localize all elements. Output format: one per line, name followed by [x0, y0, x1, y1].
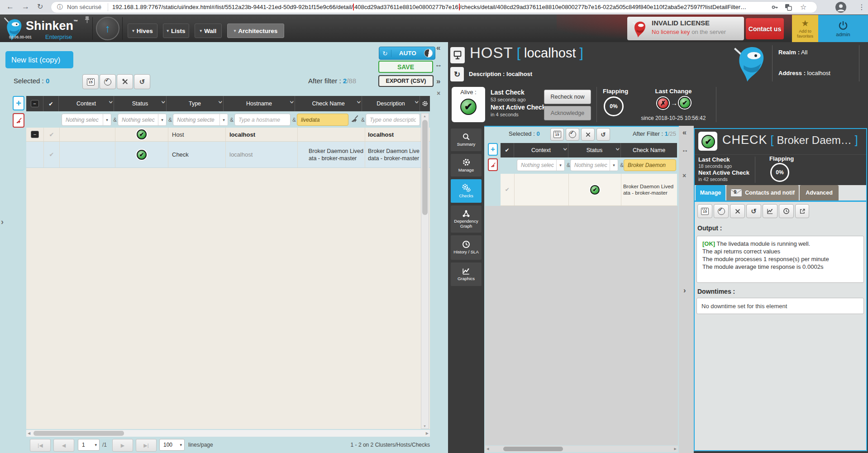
list-title-button[interactable]: New list (copy)	[5, 51, 73, 68]
url-text[interactable]: 192.168.1.89:7767/static/ui/index.html#/…	[112, 4, 764, 10]
row-checkbox[interactable]	[44, 142, 60, 167]
table-row[interactable]: ✔ Host localhost localhost	[26, 128, 430, 142]
resize-handle-icon[interactable]	[435, 61, 442, 69]
filter-hostname-input[interactable]	[234, 114, 291, 126]
sidebar-item-summary[interactable]: Summary	[451, 129, 482, 151]
column-status[interactable]: Status	[568, 143, 621, 157]
column-status[interactable]: Status	[114, 96, 167, 111]
filter-status-select[interactable]: Nothing selec	[118, 114, 167, 126]
checks-schedule-button[interactable]	[550, 128, 564, 141]
column-type[interactable]: Type	[167, 96, 224, 111]
checks-acknowledge-button[interactable]	[566, 128, 579, 141]
check-history-button[interactable]	[779, 204, 794, 218]
check-fix-button[interactable]	[730, 204, 745, 218]
checks-add-button[interactable]	[488, 143, 498, 156]
browser-reload-icon[interactable]	[37, 2, 43, 11]
filter-type-select[interactable]: Nothing selecte	[173, 114, 228, 126]
scrollbar-thumb[interactable]	[503, 447, 563, 451]
column-hostname[interactable]: Hostname	[224, 96, 295, 111]
column-settings[interactable]	[420, 96, 430, 111]
collapse-left-icon[interactable]	[436, 43, 440, 52]
page-prev-button[interactable]	[53, 439, 74, 452]
sidebar-item-graphics[interactable]: Graphics	[451, 262, 482, 286]
page-select[interactable]: 1	[78, 439, 100, 451]
add-to-favorites-button[interactable]: Add to favorites	[792, 15, 818, 42]
check-external-link-button[interactable]	[795, 204, 809, 218]
schedule-downtime-button[interactable]	[82, 74, 99, 89]
auto-toggle[interactable]	[424, 49, 433, 57]
auto-refresh-button[interactable]: AUTO	[379, 47, 435, 60]
check-schedule-button[interactable]	[697, 204, 712, 218]
scrollbar-thumb[interactable]	[422, 120, 428, 215]
filter-checkname-input[interactable]	[297, 114, 348, 126]
admin-user-button[interactable]: admin	[818, 15, 868, 42]
checks-table-row[interactable]: ✔ Broker Daemon Livedata - broker-master	[501, 174, 677, 206]
column-select-all[interactable]	[26, 96, 43, 111]
vertical-scrollbar[interactable]	[421, 113, 429, 429]
column-checkname[interactable]: Check Name	[295, 96, 362, 111]
check-graph-button[interactable]	[763, 204, 777, 218]
save-button[interactable]: SAVE	[378, 61, 433, 73]
acknowledge-button[interactable]	[100, 74, 116, 89]
tab-advanced[interactable]: Advanced	[800, 185, 839, 200]
sidebar-item-dependency-graph[interactable]: Dependency Graph	[451, 205, 482, 233]
resize-check-panel-icon[interactable]	[682, 146, 688, 153]
page-first-button[interactable]	[30, 439, 51, 452]
expand-check-panel-icon[interactable]	[683, 286, 686, 295]
sidebar-item-history-sla[interactable]: History / SLA	[451, 235, 482, 260]
filter-description-input[interactable]	[366, 114, 420, 126]
column-checkname[interactable]: Check Name	[621, 143, 677, 157]
key-icon[interactable]	[771, 4, 778, 13]
scroll-right-icon[interactable]	[674, 447, 677, 451]
scroll-top-button[interactable]	[96, 17, 119, 40]
bookmark-star-icon[interactable]	[800, 3, 806, 11]
column-context[interactable]: Context	[514, 143, 568, 157]
filter-context-select[interactable]: Nothing selec	[62, 114, 111, 126]
column-check[interactable]	[43, 96, 59, 111]
column-check[interactable]	[501, 143, 514, 157]
add-row-button[interactable]	[13, 96, 24, 110]
browser-menu-icon[interactable]	[858, 3, 865, 11]
browser-forward-icon[interactable]	[22, 2, 29, 11]
checks-recheck-button[interactable]	[596, 128, 610, 141]
clear-filters-button[interactable]	[13, 113, 24, 128]
row-checkbox[interactable]	[44, 128, 60, 141]
column-context[interactable]: Context	[59, 96, 114, 111]
table-row-selected[interactable]: ✔ Check localhost Broker Daemon Livedata…	[26, 142, 430, 168]
menu-wall[interactable]: Wall	[195, 24, 222, 38]
menu-hives[interactable]: Hives	[128, 24, 157, 38]
host-refresh-button[interactable]	[450, 67, 464, 81]
menu-lists[interactable]: Lists	[163, 24, 189, 38]
scroll-up-icon[interactable]	[423, 114, 426, 118]
minus-box-icon[interactable]	[31, 131, 39, 138]
scroll-right-icon[interactable]	[426, 431, 429, 435]
fix-button[interactable]	[117, 74, 133, 89]
checks-filter-status-select[interactable]: Nothing selec	[570, 159, 618, 171]
checks-filter-checkname-input[interactable]	[624, 159, 676, 171]
close-panel-icon[interactable]	[437, 90, 440, 97]
tab-contacts[interactable]: 9 Contacts and notif	[726, 185, 799, 200]
check-acknowledge-button[interactable]	[714, 204, 729, 218]
tab-manage[interactable]: Manage	[696, 185, 725, 200]
per-page-select[interactable]: 100	[159, 439, 185, 451]
check-recheck-button[interactable]	[746, 204, 761, 218]
close-check-panel-icon[interactable]	[682, 172, 686, 179]
menu-architectures[interactable]: Architectures	[227, 24, 284, 38]
host-icon-button[interactable]	[450, 47, 465, 63]
checks-fix-button[interactable]	[581, 128, 595, 141]
avatar[interactable]	[835, 2, 846, 14]
sidebar-item-manage[interactable]: Manage	[451, 154, 482, 176]
checks-filter-context-select[interactable]: Nothing selec	[517, 159, 565, 171]
site-info-icon[interactable]	[57, 3, 63, 11]
row-checkbox[interactable]	[501, 174, 515, 205]
sidebar-item-checks[interactable]: Checks	[451, 179, 482, 203]
browser-back-icon[interactable]	[6, 2, 14, 11]
page-last-button[interactable]	[136, 439, 157, 452]
pin-icon[interactable]	[84, 16, 90, 25]
recheck-button[interactable]	[134, 74, 150, 89]
expand-right-icon[interactable]	[436, 77, 440, 86]
scroll-left-icon[interactable]	[28, 431, 30, 435]
recheck-now-button[interactable]: Recheck now	[544, 90, 591, 104]
scrollbar-thumb[interactable]	[33, 431, 124, 436]
scroll-left-icon[interactable]	[486, 447, 489, 451]
